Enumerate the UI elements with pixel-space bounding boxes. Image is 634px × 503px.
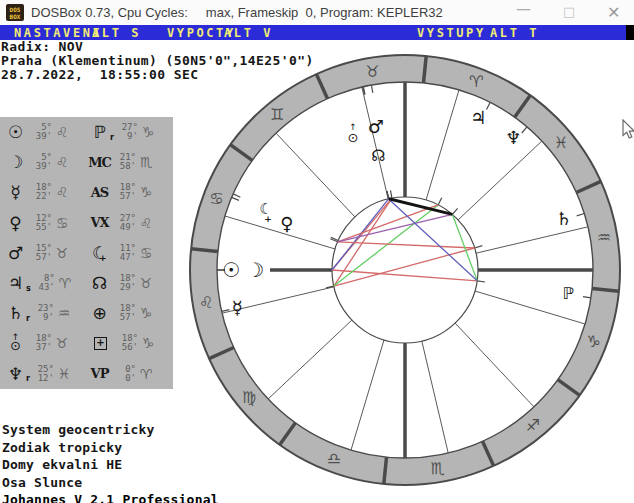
pluto-position: ℙr27°9'♑ <box>87 123 173 142</box>
vp-position: VP0°0'♈ <box>87 365 173 383</box>
panel-row: ☉5°39'♌ℙr27°9'♑ <box>0 117 173 147</box>
aries-icon: ♈ <box>469 72 483 91</box>
earth-point-minutes: 56' <box>122 343 138 352</box>
leo-icon: ♌ <box>136 215 156 231</box>
fortune-icon: ⊕ <box>87 304 112 322</box>
menu-item-vystupy[interactable]: VYSTUPY <box>417 26 486 40</box>
capricorn-icon: ♑ <box>136 305 156 321</box>
svg-text:+: + <box>264 214 272 224</box>
lilith-minutes: 47' <box>120 253 136 262</box>
as-minutes: 57' <box>120 192 136 201</box>
capricorn-icon: ♑ <box>138 335 158 351</box>
menu-item-nastaveni[interactable]: NASTAVENI <box>14 26 102 40</box>
vp-icon: VP <box>87 366 112 381</box>
saturn-icon: ♄ <box>556 208 572 229</box>
setting-line: Zodiak tropicky <box>2 439 219 457</box>
aquarius-icon: ♒ <box>54 305 74 321</box>
mars-minutes: 57' <box>36 253 52 262</box>
moon-position: ☽5°39'♌ <box>0 153 87 171</box>
lilith-icon: ☾ <box>259 200 272 218</box>
venus-position: ♀12°55'♋ <box>0 214 87 232</box>
north-node-icon: ☊ <box>87 274 112 292</box>
aspect-line <box>332 199 389 270</box>
moon-minutes: 39' <box>36 162 52 171</box>
scorpio-icon: ♏ <box>136 154 156 170</box>
panel-row: ↑⊙18°37'♉+18°56'♑ <box>0 328 173 358</box>
close-button[interactable]: ✕ <box>607 3 620 22</box>
aries-icon: ♈ <box>136 366 156 382</box>
taurus-icon: ♉ <box>365 62 379 81</box>
setting-line: Domy ekvalni HE <box>2 456 219 474</box>
uranus-position: ↑⊙18°37'♉ <box>0 334 87 352</box>
aspect-line <box>334 248 475 286</box>
taurus-icon: ♉ <box>52 335 72 351</box>
cancer-icon: ♋ <box>52 215 72 231</box>
fortune-minutes: 57' <box>120 313 136 322</box>
maximize-button[interactable]: □ <box>563 4 575 19</box>
planet-position-panel: ☉5°39'♌ℙr27°9'♑☽5°39'♌MC21°58'♏☿18°22'♌A… <box>0 117 173 389</box>
menu-bar-end-block <box>626 25 634 40</box>
mars-position: ♂15°57'♉ <box>0 244 87 262</box>
window-title: DOSBox 0.73, Cpu Cycles: max, Frameskip … <box>31 5 443 20</box>
pisces-icon: ♓ <box>554 133 568 152</box>
capricorn-icon: ♑ <box>136 184 156 200</box>
panel-row: ☽5°39'♌MC21°58'♏ <box>0 147 173 177</box>
mc-position: MC21°58'♏ <box>87 153 173 171</box>
saturn-minutes: 9' <box>43 313 54 322</box>
datetime-line: 28.7.2022, 18:55:00 SEC <box>1 67 198 82</box>
fortune-position: ⊕18°57'♑ <box>87 304 173 322</box>
aspect-line <box>334 205 438 286</box>
saturn-position: ♄r23°9'♒ <box>0 304 87 323</box>
vx-position: VX27°49'♌ <box>87 214 173 232</box>
capricorn-icon: ♑ <box>586 332 600 351</box>
cancer-icon: ♋ <box>209 189 223 208</box>
neptune-minutes: 12' <box>38 374 54 383</box>
mouse-cursor <box>622 119 634 140</box>
jupiter-icon: ♃ <box>3 274 28 292</box>
jupiter-icon: ♃ <box>470 107 486 128</box>
panel-row: ♀12°55'♋VX27°49'♌ <box>0 208 173 238</box>
jupiter-position: ♃s8°43'♈ <box>0 274 87 293</box>
sagittarius-icon: ♐ <box>526 416 540 435</box>
pluto-minutes: 9' <box>127 132 138 141</box>
aspect-line <box>338 205 438 242</box>
mercury-icon: ☿ <box>3 183 28 201</box>
earth-point-icon: + <box>94 337 107 350</box>
menu-shortcut-vypocty: ALT V <box>224 26 273 40</box>
leo-icon: ♌ <box>52 154 72 170</box>
aspect-line <box>389 199 453 215</box>
minimize-button[interactable]: — <box>516 0 531 18</box>
uranus-icon: ↑⊙ <box>3 334 28 352</box>
mercury-position: ☿18°22'♌ <box>0 183 87 201</box>
sun-minutes: 39' <box>36 132 52 141</box>
mc-minutes: 58' <box>120 162 136 171</box>
leo-icon: ♌ <box>52 124 72 140</box>
as-position: AS18°57'♑ <box>87 183 173 201</box>
gemini-icon: ♊ <box>270 105 284 124</box>
mercury-icon: ☿ <box>232 297 243 318</box>
chart-settings-footer: System geocentrickyZodiak tropickyDomy e… <box>2 421 219 503</box>
panel-row: ♂15°57'♉☾+11°47'♋ <box>0 238 173 268</box>
moon-icon: ☽ <box>3 153 28 171</box>
earth-point-position: +18°56'♑ <box>87 334 173 352</box>
menu-bar: NASTAVENIALT SVYPOCTYALT VVYSTUPYALT T <box>0 25 634 40</box>
saturn-icon: ♄ <box>3 304 28 322</box>
pluto-icon: ℙ <box>87 123 112 141</box>
menu-shortcut-nastaveni: ALT S <box>92 26 141 40</box>
mercury-minutes: 22' <box>36 192 52 201</box>
aspect-line <box>332 198 392 270</box>
uranus-icon: ↑ <box>349 122 357 132</box>
svg-text:⊙: ⊙ <box>347 130 358 145</box>
window-titlebar[interactable]: DOSBOX DOSBox 0.73, Cpu Cycles: max, Fra… <box>0 0 634 26</box>
venus-minutes: 55' <box>36 223 52 232</box>
venus-icon: ♀ <box>280 213 293 234</box>
neptune-position: ♆r25°12'♓ <box>0 364 87 383</box>
neptune-icon: ♆ <box>3 365 28 383</box>
virgo-icon: ♍ <box>242 388 256 407</box>
moon-icon: ☽ <box>246 258 264 282</box>
dosbox-logo-icon: DOSBOX <box>6 4 24 21</box>
setting-line: Osa Slunce <box>2 474 219 492</box>
lilith-icon: ☾+ <box>87 244 112 262</box>
libra-icon: ♎ <box>327 449 341 468</box>
vx-icon: VX <box>87 215 112 230</box>
